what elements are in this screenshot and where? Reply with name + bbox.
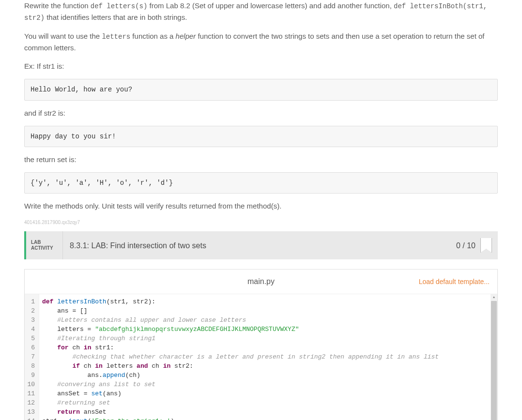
instruction-paragraph: Write the methods only. Unit tests will …	[24, 200, 498, 212]
code-line[interactable]: #returning set	[42, 398, 487, 407]
score-text: 0 / 10	[456, 240, 476, 252]
activity-score-area: 0 / 10	[450, 231, 498, 259]
line-number: 11	[26, 389, 36, 398]
instructions: Rewrite the function def letters(s) from…	[24, 0, 498, 212]
activity-header: LAB ACTIVITY 8.3.1: LAB: Find intersecti…	[24, 231, 498, 259]
code-line[interactable]: letters = "abcdefghijklmnopqrstuvwxyzABC…	[42, 325, 487, 334]
example-box: {'y', 'u', 'a', 'H', 'o', 'r', 'd'}	[24, 172, 498, 194]
text-run: Rewrite the function	[24, 1, 91, 10]
label-line: LAB	[31, 240, 41, 245]
label-line: ACTIVITY	[31, 245, 53, 251]
example-label: and if str2 is:	[24, 107, 498, 119]
example-box: Hello World, how are you?	[24, 79, 498, 100]
line-number: 7	[26, 352, 36, 361]
instruction-paragraph: You will want to use the letters functio…	[24, 30, 498, 54]
code-line[interactable]: ans = []	[42, 306, 487, 315]
line-number: 5	[26, 334, 36, 343]
scroll-thumb[interactable]	[491, 301, 497, 420]
line-number: 13	[26, 407, 36, 417]
line-gutter: 1234567891011121314151617	[25, 294, 39, 420]
line-number: 9	[26, 371, 36, 380]
code-line[interactable]: def lettersInBoth(str1, str2):	[42, 297, 487, 306]
editor-body: 1234567891011121314151617 def lettersInB…	[25, 294, 497, 420]
code-line[interactable]: #Letters contains all upper and lower ca…	[42, 315, 487, 325]
line-number: 3	[26, 315, 36, 325]
text-emphasis: helper	[176, 32, 196, 40]
code-editor: main.py Load default template... 1234567…	[24, 269, 498, 420]
editor-filename: main.py	[247, 275, 275, 288]
code-line[interactable]: #convering ans list to set	[42, 380, 487, 389]
line-number: 12	[26, 398, 36, 407]
line-number: 6	[26, 343, 36, 352]
line-number: 10	[26, 380, 36, 389]
code-line[interactable]: #Iterating through string1	[42, 334, 487, 343]
line-number: 4	[26, 325, 36, 334]
line-number: 8	[26, 361, 36, 371]
example-box: Happy day to you sir!	[24, 126, 498, 147]
line-number: 14	[26, 417, 36, 420]
watermark-id: 401416.2817900.qx3zqy7	[24, 219, 498, 226]
text-run: that identifies letters that are in both…	[45, 13, 187, 21]
activity-type-label: LAB ACTIVITY	[26, 231, 63, 259]
editor-header: main.py Load default template...	[25, 270, 497, 294]
line-number: 2	[26, 306, 36, 315]
code-line[interactable]: for ch in str1:	[42, 343, 487, 352]
bookmark-icon[interactable]	[480, 238, 492, 253]
code-line[interactable]: str1 = input('Enter the string1: ')	[42, 417, 487, 420]
code-line[interactable]: return ansSet	[42, 407, 487, 417]
inline-code: letters	[102, 33, 130, 41]
text-run: You will want to use the	[24, 32, 102, 40]
scrollbar-vertical[interactable]: ▴ ▾	[491, 294, 497, 420]
code-line[interactable]: if ch in letters and ch in str2:	[42, 361, 487, 371]
load-template-link[interactable]: Load default template...	[419, 276, 490, 287]
line-number: 1	[26, 297, 36, 306]
example-label: the return set is:	[24, 154, 498, 165]
text-run: from Lab 8.2 (Set of upper and lowercase…	[147, 1, 394, 10]
text-run: function as a	[130, 32, 175, 40]
scroll-up-icon[interactable]: ▴	[491, 294, 497, 300]
instruction-paragraph: Rewrite the function def letters(s) from…	[24, 0, 498, 24]
inline-code: def letters(s)	[91, 2, 148, 10]
code-line[interactable]: ans.append(ch)	[42, 371, 487, 380]
activity-title: 8.3.1: LAB: Find intersection of two set…	[63, 231, 450, 259]
code-line[interactable]: ansSet = set(ans)	[42, 389, 487, 398]
code-line[interactable]: #checking that whether character is a le…	[42, 352, 487, 361]
example-label: Ex: If str1 is:	[24, 60, 498, 72]
code-area[interactable]: def lettersInBoth(str1, str2): ans = [] …	[39, 294, 491, 420]
